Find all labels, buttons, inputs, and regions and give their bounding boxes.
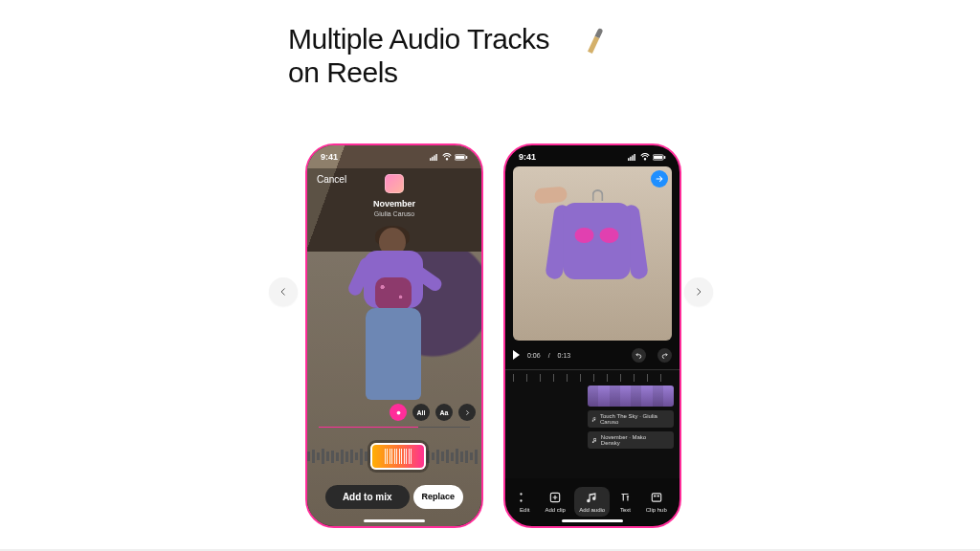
audio-scrubber[interactable] xyxy=(307,440,481,473)
page-title-line2: on Reels xyxy=(288,56,397,88)
music-note-icon xyxy=(591,437,598,444)
status-bar: 9:41 xyxy=(505,151,679,163)
clip-hub-label: Clip hub xyxy=(646,507,667,513)
page-title: Multiple Audio Tracks on Reels xyxy=(288,23,549,89)
add-clip-button[interactable]: Add clip xyxy=(541,487,570,517)
text-tool-button[interactable]: Text xyxy=(613,487,636,517)
signal-icon xyxy=(628,154,637,161)
editor-toolbar: Edit Add clip Add audio Text Clip hub xyxy=(505,478,679,517)
time-total: 0:13 xyxy=(558,352,571,359)
svg-rect-11 xyxy=(634,154,635,161)
music-notes-icon xyxy=(586,491,599,504)
undo-button[interactable] xyxy=(632,348,646,363)
svg-rect-10 xyxy=(632,155,633,161)
svg-point-7 xyxy=(396,410,400,414)
add-clip-label: Add clip xyxy=(546,507,566,513)
svg-rect-16 xyxy=(652,494,660,501)
timeline-ruler[interactable] xyxy=(513,374,672,382)
carousel-prev-button[interactable] xyxy=(269,277,298,306)
time-separator: / xyxy=(548,352,550,359)
svg-rect-17 xyxy=(654,496,656,497)
bottom-buttons: Add to mix Replace xyxy=(307,485,481,509)
phone-mockup-add-audio: 9:41 Cancel November Giulia Caruso All A… xyxy=(305,143,483,528)
clip-hub-button[interactable]: Clip hub xyxy=(641,487,672,517)
audio-track-2[interactable]: November · Mako Densky xyxy=(588,431,674,449)
svg-rect-14 xyxy=(664,156,665,159)
chevron-right-icon xyxy=(463,408,472,417)
music-note-icon xyxy=(591,416,597,423)
audio-track-2-label: November · Mako Densky xyxy=(601,434,665,446)
wifi-icon xyxy=(640,153,650,161)
editor-tool-row: All Aa xyxy=(390,404,476,421)
svg-rect-13 xyxy=(654,155,662,159)
svg-rect-2 xyxy=(434,155,434,161)
time-current: 0:06 xyxy=(527,352,541,359)
track-artist: Giulia Caruso xyxy=(307,210,481,217)
audio-track-1-label: Touch The Sky · Giulia Caruso xyxy=(600,413,665,425)
svg-rect-18 xyxy=(657,496,658,497)
svg-rect-5 xyxy=(456,155,464,159)
redo-icon xyxy=(660,351,669,360)
text-icon xyxy=(618,491,632,504)
edit-tool-button[interactable]: Edit xyxy=(513,487,536,517)
scissors-icon xyxy=(518,491,531,504)
svg-rect-6 xyxy=(466,156,467,159)
wifi-icon xyxy=(442,153,452,161)
preview-subject-sweater xyxy=(554,193,642,308)
clip-hub-icon xyxy=(650,491,663,504)
battery-icon xyxy=(455,154,468,161)
svg-rect-0 xyxy=(430,158,431,161)
video-preview-person xyxy=(337,228,452,409)
timeline-panel: Touch The Sky · Giulia Caruso November ·… xyxy=(505,369,679,478)
text-size-button[interactable]: Aa xyxy=(435,404,453,421)
svg-rect-3 xyxy=(435,154,436,161)
cancel-button[interactable]: Cancel xyxy=(317,174,346,185)
more-options-button[interactable] xyxy=(458,404,476,421)
text-label: Text xyxy=(620,507,631,513)
page-title-line1: Multiple Audio Tracks xyxy=(288,23,549,55)
play-button[interactable] xyxy=(513,350,520,360)
music-sparkle-icon xyxy=(575,21,612,57)
track-cover-art[interactable] xyxy=(385,174,404,193)
select-all-button[interactable]: All xyxy=(412,404,430,421)
playback-bar: 0:06 / 0:13 xyxy=(513,344,672,365)
phone-mockup-timeline: 9:41 0:06 / 0:13 xyxy=(503,143,681,528)
status-time: 9:41 xyxy=(519,152,536,162)
add-audio-label: Add audio xyxy=(579,507,605,513)
audio-track-1[interactable]: Touch The Sky · Giulia Caruso xyxy=(588,410,674,428)
battery-icon xyxy=(653,154,666,161)
video-clip-track[interactable] xyxy=(588,386,674,407)
undo-icon xyxy=(635,351,643,360)
selected-audio-clip[interactable] xyxy=(370,443,426,470)
add-to-mix-button[interactable]: Add to mix xyxy=(325,485,410,509)
home-indicator xyxy=(364,519,425,522)
redo-button[interactable] xyxy=(657,348,672,363)
signal-icon xyxy=(430,154,439,161)
arrow-right-icon xyxy=(655,174,664,184)
status-bar: 9:41 xyxy=(307,151,481,163)
next-button[interactable] xyxy=(651,170,668,187)
carousel-next-button[interactable] xyxy=(684,277,713,306)
progress-line[interactable] xyxy=(319,427,470,428)
video-preview[interactable] xyxy=(513,166,672,341)
svg-rect-9 xyxy=(630,156,631,160)
track-title: November xyxy=(307,199,481,209)
edit-label: Edit xyxy=(520,507,529,513)
svg-rect-1 xyxy=(432,156,433,160)
replace-button[interactable]: Replace xyxy=(413,485,464,509)
svg-rect-8 xyxy=(628,158,629,161)
home-indicator xyxy=(562,519,623,522)
add-audio-button[interactable]: Add audio xyxy=(574,487,610,517)
add-clip-icon xyxy=(548,491,562,504)
status-time: 9:41 xyxy=(321,152,338,162)
record-button[interactable] xyxy=(390,404,407,421)
